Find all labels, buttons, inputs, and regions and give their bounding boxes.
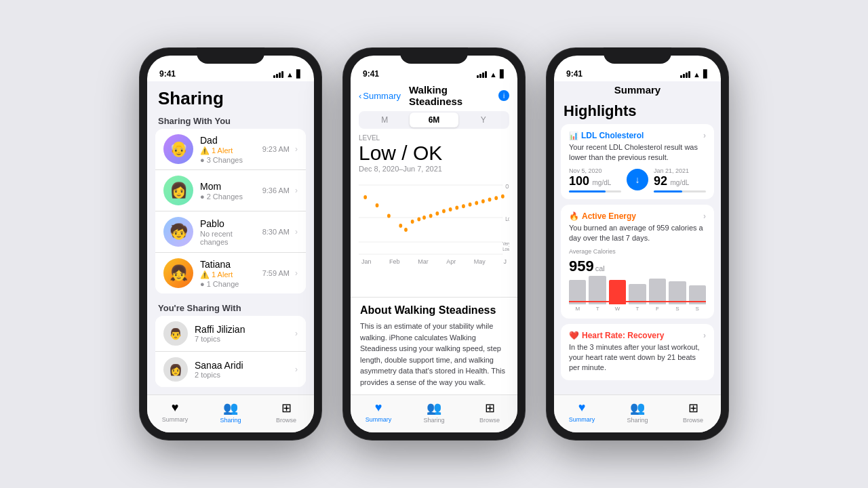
contacts-list: 👴 Dad ⚠️ 1 Alert ● 3 Changes 9:23 AM › 👩	[155, 129, 306, 293]
bar-t1	[589, 276, 606, 304]
contact-info-dad: Dad ⚠️ 1 Alert ● 3 Changes	[200, 135, 256, 164]
summary-icon-3: ♥	[578, 401, 586, 415]
svg-point-4	[363, 195, 367, 199]
tab-browse-3[interactable]: ⊞ Browse	[665, 401, 721, 424]
chol-value-2: 92	[654, 174, 667, 188]
contact-changes-mom: ● 2 Changes	[200, 192, 256, 201]
tab-sharing-2[interactable]: 👥 Sharing	[406, 401, 462, 424]
name-raffi: Raffi Jilizian	[195, 324, 285, 335]
chevron-mom-icon: ›	[295, 186, 298, 195]
sharing-icon-2: 👥	[427, 401, 441, 415]
chart-x-labels-2: Jan Feb Mar Apr May J	[359, 258, 509, 265]
wifi-icon-3: ▲	[693, 70, 701, 79]
tab-sharing-3[interactable]: 👥 Sharing	[610, 401, 665, 424]
nav-header-2: ‹ Summary Walking Steadiness i	[351, 81, 517, 111]
avatar-tatiana: 👧	[163, 258, 193, 288]
contact-time-pablo: 8:30 AM	[262, 228, 290, 236]
cal-row: 959 cal	[569, 258, 706, 275]
tab-label-browse-2: Browse	[479, 417, 500, 424]
battery-icon-1: ▋	[296, 70, 302, 79]
contact-changes-pablo: No recent changes	[200, 230, 256, 246]
phone-summary: 9:41 ▲ ▋ Summary Highlights 📊 LDL Choles…	[546, 47, 729, 441]
tab-label-summary-2: Summary	[366, 416, 392, 423]
segment-6m[interactable]: 6M	[410, 113, 459, 127]
chevron-sanaa-icon: ›	[295, 365, 298, 374]
segment-y[interactable]: Y	[458, 113, 508, 127]
signal-icon-1	[273, 71, 283, 78]
contact-time-dad: 9:23 AM	[262, 145, 290, 153]
energy-desc: You burned an average of 959 calories a …	[569, 223, 706, 244]
svg-point-16	[455, 206, 458, 210]
energy-card[interactable]: 🔥 Active Energy › You burned an average …	[561, 205, 714, 319]
cholesterol-row: Nov 5, 2020 100 mg/dL ↓ Jan 21, 2021	[569, 167, 706, 192]
bar-day-f: F	[656, 306, 659, 312]
sharing-icon-3: 👥	[630, 401, 645, 415]
svg-point-6	[387, 214, 391, 218]
tab-sharing-1[interactable]: 👥 Sharing	[203, 401, 258, 424]
contact-mom[interactable]: 👩 Mom ● 2 Changes 9:36 AM ›	[155, 170, 306, 211]
info-icon-2[interactable]: i	[498, 90, 509, 101]
svg-point-7	[399, 224, 402, 228]
contact-name-mom: Mom	[200, 181, 256, 192]
bar-w	[609, 280, 626, 304]
chol-bar-fill-1	[569, 190, 606, 192]
ldl-card[interactable]: 📊 LDL Cholesterol › Your recent LDL Chol…	[561, 124, 714, 199]
bar-m	[569, 280, 586, 304]
heart-card[interactable]: ❤️ Heart Rate: Recovery › In the 3 minut…	[561, 324, 714, 380]
segment-m[interactable]: M	[360, 113, 410, 127]
sharing-with-list: 👨 Raffi Jilizian 7 topics › 👩 Sanaa Arid…	[155, 316, 306, 387]
sharing-with-sanaa[interactable]: 👩 Sanaa Aridi 2 topics ›	[155, 352, 306, 387]
wifi-icon-1: ▲	[286, 70, 294, 79]
svg-point-19	[475, 201, 478, 205]
svg-point-14	[442, 209, 446, 213]
contact-dad[interactable]: 👴 Dad ⚠️ 1 Alert ● 3 Changes 9:23 AM ›	[155, 129, 306, 170]
ldl-icon: 📊	[569, 131, 578, 140]
about-text-2: This is an estimate of your stability wh…	[360, 321, 508, 388]
contact-time-mom: 9:36 AM	[262, 186, 290, 195]
chart-container-2: OK Low Very Low	[359, 177, 509, 258]
tab-summary-2[interactable]: ♥ Summary	[351, 401, 406, 423]
topics-raffi: 7 topics	[195, 335, 285, 343]
chevron-pablo-icon: ›	[295, 227, 298, 237]
back-button-2[interactable]: ‹ Summary	[359, 91, 401, 101]
ldl-card-title: 📊 LDL Cholesterol ›	[569, 131, 706, 140]
notch	[197, 47, 264, 64]
level-label-2: LEVEL	[359, 134, 509, 142]
chol-bar-1	[569, 190, 621, 192]
sharing-with-raffi[interactable]: 👨 Raffi Jilizian 7 topics ›	[155, 316, 306, 352]
bar-t2	[629, 284, 646, 304]
wifi-icon-2: ▲	[490, 70, 497, 79]
contact-tatiana[interactable]: 👧 Tatiana ⚠️ 1 Alert ● 1 Change 7:59 AM …	[155, 253, 306, 293]
bar-col-s2: S	[689, 285, 706, 312]
bar-col-t2: T	[629, 284, 646, 312]
screen-summary: 9:41 ▲ ▋ Summary Highlights 📊 LDL Choles…	[554, 56, 721, 432]
svg-text:OK: OK	[505, 183, 509, 190]
avatar-mom: 👩	[163, 176, 193, 205]
tab-summary-3[interactable]: ♥ Summary	[554, 401, 610, 423]
info-raffi: Raffi Jilizian 7 topics	[195, 324, 285, 343]
chol-val-1: 100 mg/dL	[569, 174, 621, 188]
bar-col-w: W	[609, 280, 626, 312]
youre-sharing-with-header: You're Sharing With	[147, 299, 314, 316]
tab-bar-3: ♥ Summary 👥 Sharing ⊞ Browse	[554, 394, 721, 432]
notch-3	[604, 47, 671, 64]
contact-pablo[interactable]: 🧒 Pablo No recent changes 8:30 AM ›	[155, 211, 306, 253]
svg-point-5	[376, 203, 379, 207]
tab-browse-1[interactable]: ⊞ Browse	[258, 401, 314, 424]
contact-changes-dad: ● 3 Changes	[200, 156, 256, 164]
tab-summary-1[interactable]: ♥ Summary	[147, 401, 203, 423]
avatar-dad: 👴	[163, 134, 193, 164]
back-label-2: Summary	[363, 91, 401, 101]
ldl-chevron-icon: ›	[703, 131, 706, 140]
phone-walking: 9:41 ▲ ▋ ‹ Summary Walking Steadiness i …	[342, 47, 526, 441]
screen-walking: 9:41 ▲ ▋ ‹ Summary Walking Steadiness i …	[351, 56, 517, 432]
tab-browse-2[interactable]: ⊞ Browse	[462, 401, 517, 424]
contact-right-dad: 9:23 AM ›	[262, 144, 298, 154]
contact-alert-dad: ⚠️ 1 Alert	[200, 146, 256, 155]
ldl-label: LDL Cholesterol	[581, 131, 644, 140]
battery-icon-3: ▋	[703, 70, 709, 79]
contact-time-tatiana: 7:59 AM	[262, 269, 290, 277]
chol-bar-2	[654, 190, 706, 192]
battery-icon-2: ▋	[500, 70, 505, 79]
contact-info-tatiana: Tatiana ⚠️ 1 Alert ● 1 Change	[200, 259, 256, 288]
